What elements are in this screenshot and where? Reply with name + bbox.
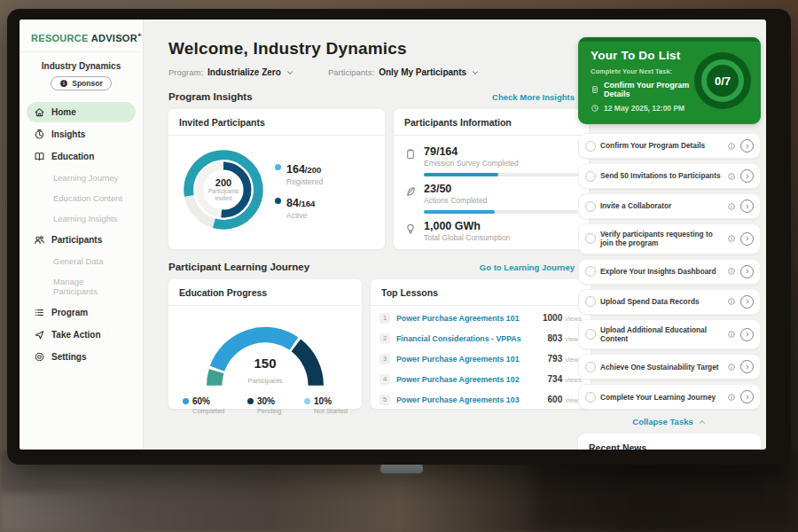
task-checkbox[interactable] — [585, 329, 596, 340]
take-action-icon — [34, 329, 45, 340]
donut-center-label: 200 Participants Invited — [176, 142, 271, 238]
lesson-views: 734views — [548, 374, 582, 384]
sponsor-icon — [59, 79, 68, 88]
clipboard-icon — [404, 148, 417, 160]
gauge-legend-top: 10% — [304, 396, 348, 406]
task-checkbox[interactable] — [585, 171, 596, 182]
leaf-icon — [404, 185, 417, 198]
program-insights-cards: Invited Participants 200 Participants In… — [168, 109, 591, 249]
sidebar-item-label: Education Content — [53, 193, 122, 203]
info-icon — [727, 330, 736, 339]
section-title-program-insights: Program Insights — [168, 91, 253, 102]
task-checkbox[interactable] — [585, 233, 596, 244]
todo-task-achieve-one-sustainability-target[interactable]: Achieve One Sustainability Target — [578, 354, 761, 379]
gauge-legend-label: Pending — [257, 407, 282, 415]
invited-participants-card: Invited Participants 200 Participants In… — [168, 109, 385, 249]
todo-task-invite-a-collaborator[interactable]: Invite a Collaborator — [578, 193, 761, 219]
gauge-legend-pct: 30% — [257, 396, 275, 406]
sponsor-badge[interactable]: Sponsor — [51, 76, 111, 90]
chev-right-icon — [744, 364, 751, 371]
task-open-button[interactable] — [740, 232, 754, 246]
task-checkbox[interactable] — [585, 266, 596, 277]
todo-task-confirm-your-program-details[interactable]: Confirm Your Program Details — [578, 133, 761, 159]
task-checkbox[interactable] — [585, 362, 596, 372]
sidebar-item-take-action[interactable]: Take Action — [27, 325, 136, 345]
chev-right-icon — [744, 331, 751, 338]
filters: Program:Industrialize ZeroParticipants:O… — [168, 67, 591, 77]
sidebar-item-learning-journey[interactable]: Learning Journey — [27, 168, 136, 187]
chev-right-icon — [744, 143, 751, 150]
task-open-button[interactable] — [740, 139, 754, 153]
task-open-button[interactable] — [740, 295, 754, 309]
lesson-link[interactable]: Power Purchase Agreements 103 — [396, 395, 542, 404]
progress-bar-fill — [424, 173, 498, 176]
donut-legend-value: 84/164 — [286, 194, 315, 210]
education-icon — [34, 151, 45, 162]
lesson-row: 2Financial Considerations - VPPAs803view… — [371, 328, 591, 348]
info-icon — [727, 297, 736, 306]
sidebar-item-general-data[interactable]: General Data — [27, 252, 136, 270]
lesson-views: 1000views — [543, 313, 582, 323]
todo-summary-card: Your To Do List Complete Your Next Task:… — [578, 37, 761, 124]
participants-information-card: Participants Information 79/164Emission … — [394, 109, 589, 249]
filter-participants[interactable]: Participants:Only My Participants — [328, 67, 480, 77]
section-title-learning-journey: Participant Learning Journey — [168, 262, 309, 272]
sidebar-nav: HomeInsightsEducationLearning JourneyEdu… — [20, 101, 143, 368]
sidebar-item-manage-participants[interactable]: Manage Participants — [27, 272, 136, 301]
go-to-learning-journey-link[interactable]: Go to Learning Journey — [480, 262, 589, 272]
info-row-main: 23/50Actions Completed — [424, 183, 578, 214]
donut-legend-text: 84/164Active — [286, 194, 315, 220]
lesson-link[interactable]: Financial Considerations - VPPAs — [396, 334, 542, 343]
settings-icon — [34, 351, 45, 363]
task-checkbox[interactable] — [585, 141, 596, 152]
sidebar-item-education-content[interactable]: Education Content — [27, 189, 136, 207]
bulb-icon — [404, 223, 417, 235]
collapse-tasks-link[interactable]: Collapse Tasks — [578, 417, 761, 426]
todo-task-verify-participants-requesting-to-join-the-program[interactable]: Verify participants requesting to join t… — [578, 223, 761, 254]
info-icon — [727, 142, 736, 151]
todo-task-upload-additional-educational-content[interactable]: Upload Additional Educational Content — [578, 319, 761, 350]
todo-task-send-50-invitations-to-participants[interactable]: Send 50 Invitations to Participants — [578, 163, 761, 189]
sidebar-item-insights[interactable]: Insights — [27, 124, 136, 145]
task-checkbox[interactable] — [585, 392, 596, 403]
todo-task-explore-your-insights-dashboard[interactable]: Explore Your Insights Dashboard — [578, 259, 761, 285]
check-more-insights-link[interactable]: Check More Insights — [492, 92, 589, 102]
todo-task-upload-spend-data-records[interactable]: Upload Spend Data Records — [578, 289, 761, 315]
background-shadow — [532, 457, 798, 532]
task-open-button[interactable] — [740, 200, 754, 213]
filter-label: Participants: — [328, 67, 374, 77]
task-checkbox[interactable] — [585, 296, 596, 307]
todo-next-task-label: Confirm Your Program Details — [604, 81, 697, 98]
sidebar-item-learning-insights[interactable]: Learning Insights — [27, 209, 136, 228]
todo-task-list: Confirm Your Program DetailsSend 50 Invi… — [578, 133, 761, 410]
todo-next-task[interactable]: Confirm Your Program Details — [591, 81, 697, 98]
task-open-button[interactable] — [740, 169, 754, 183]
page-title: Welcome, Industry Dynamics — [168, 39, 591, 59]
participants-info-list: 79/164Emission Survey Completed23/50Acti… — [394, 136, 589, 246]
info-row-emission-survey-completed: 79/164Emission Survey Completed — [404, 145, 578, 176]
task-open-button[interactable] — [740, 360, 754, 373]
task-open-button[interactable] — [740, 328, 754, 341]
sidebar-item-label: General Data — [53, 256, 104, 266]
task-open-button[interactable] — [740, 390, 754, 403]
lesson-link[interactable]: Power Purchase Agreements 102 — [396, 375, 542, 384]
task-label: Send 50 Invitations to Participants — [600, 171, 723, 180]
task-checkbox[interactable] — [585, 201, 596, 212]
filter-program[interactable]: Program:Industrialize Zero — [168, 67, 294, 77]
sidebar-item-education[interactable]: Education — [27, 146, 136, 167]
lesson-link[interactable]: Power Purchase Agreements 101 — [396, 355, 542, 364]
sidebar-item-participants[interactable]: Participants — [27, 230, 136, 250]
sidebar-item-program[interactable]: Program — [27, 302, 136, 323]
lesson-link[interactable]: Power Purchase Agreements 101 — [396, 314, 536, 323]
program-insights-header: Program Insights Check More Insights — [168, 91, 589, 102]
sidebar-item-home[interactable]: Home — [27, 102, 136, 122]
lesson-rank: 1 — [379, 313, 390, 324]
task-open-button[interactable] — [740, 265, 754, 278]
todo-task-complete-your-learning-journey[interactable]: Complete Your Learning Journey — [578, 384, 761, 410]
sidebar-item-settings[interactable]: Settings — [27, 347, 136, 367]
sidebar: RESOURCEADVISOR+ Industry Dynamics Spons… — [20, 20, 144, 450]
donut-legend-value-main: 84 — [286, 197, 299, 209]
background-desk-edge — [0, 493, 133, 532]
legend-dot — [247, 398, 254, 404]
chev-right-icon — [744, 394, 751, 401]
